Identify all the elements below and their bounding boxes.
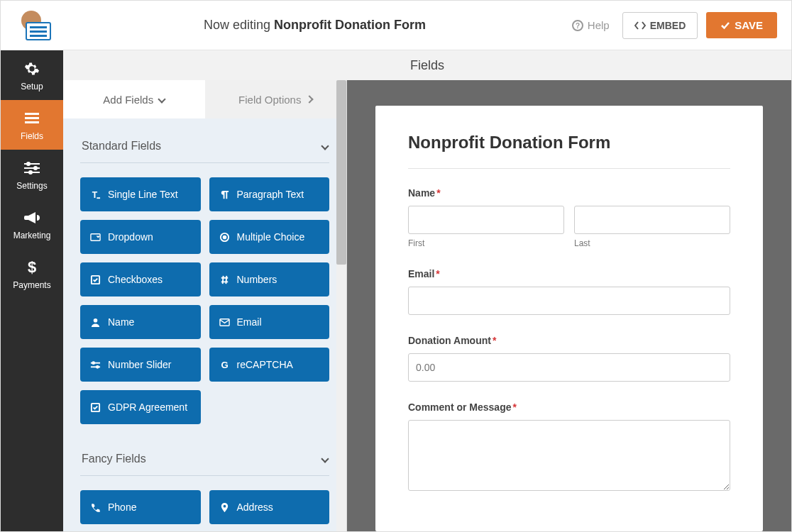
chevron-down-icon	[321, 455, 329, 462]
chevron-down-icon	[321, 142, 329, 150]
embed-label: EMBED	[650, 20, 686, 31]
user-icon	[90, 317, 101, 328]
google-icon: G	[219, 360, 230, 370]
list-icon	[23, 110, 40, 127]
form-preview: Nonprofit Donation Form Name* First Last	[347, 80, 791, 531]
donation-label: Donation Amount*	[408, 335, 730, 346]
first-sublabel: First	[408, 238, 564, 248]
form-title: Nonprofit Donation Form	[408, 133, 730, 153]
envelope-icon	[219, 317, 230, 328]
bullhorn-icon	[23, 209, 40, 226]
sliders-icon	[23, 160, 40, 177]
side-nav: Setup Fields Settings Marketing $ Paymen…	[1, 50, 63, 531]
svg-rect-2	[25, 113, 39, 115]
email-input[interactable]	[408, 287, 730, 315]
preview-field-donation[interactable]: Donation Amount*	[408, 335, 730, 382]
svg-rect-13	[97, 197, 100, 199]
form-name: Nonprofit Donation Form	[274, 18, 426, 32]
text-icon: T	[90, 189, 101, 200]
name-label: Name*	[408, 187, 730, 199]
field-numbers[interactable]: Numbers	[209, 262, 330, 297]
nav-setup[interactable]: Setup	[1, 50, 63, 100]
nav-fields[interactable]: Fields	[1, 100, 63, 150]
svg-rect-3	[25, 117, 39, 119]
dollar-icon: $	[23, 259, 40, 276]
nav-marketing-label: Marketing	[4, 231, 60, 240]
embed-button[interactable]: EMBED	[622, 12, 698, 39]
pin-icon	[219, 502, 230, 513]
checkbox-icon	[90, 402, 101, 413]
field-single-line-text[interactable]: T Single Line Text	[80, 177, 201, 211]
nav-marketing[interactable]: Marketing	[1, 199, 63, 249]
field-gdpr[interactable]: GDPR Agreement	[80, 390, 201, 424]
subheader-title: Fields	[63, 50, 791, 80]
svg-point-10	[28, 170, 33, 174]
svg-point-18	[94, 318, 98, 322]
tab-field-options-label: Field Options	[238, 94, 301, 106]
help-icon: ?	[572, 20, 583, 31]
field-number-slider[interactable]: Number Slider	[80, 348, 201, 382]
required-asterisk: *	[512, 401, 516, 413]
checkbox-icon	[90, 275, 101, 285]
last-sublabel: Last	[574, 238, 730, 248]
first-name-input[interactable]	[408, 206, 564, 234]
field-phone[interactable]: Phone	[80, 490, 201, 524]
tab-add-fields[interactable]: Add Fields	[63, 80, 205, 118]
field-paragraph-text[interactable]: Paragraph Text	[209, 177, 330, 211]
svg-point-9	[33, 166, 38, 170]
svg-rect-19	[219, 318, 229, 325]
email-label: Email*	[408, 268, 730, 279]
nav-payments[interactable]: $ Payments	[1, 249, 63, 299]
help-link[interactable]: ? Help	[572, 19, 610, 31]
svg-rect-4	[25, 121, 39, 123]
nav-settings[interactable]: Settings	[1, 150, 63, 199]
nav-settings-label: Settings	[4, 181, 60, 191]
required-asterisk: *	[436, 187, 440, 199]
tab-add-fields-label: Add Fields	[103, 94, 153, 106]
slider-icon	[90, 360, 101, 370]
field-email[interactable]: Email	[209, 305, 330, 339]
field-dropdown[interactable]: Dropdown	[80, 220, 201, 254]
preview-field-email[interactable]: Email*	[408, 268, 730, 315]
field-multiple-choice[interactable]: Multiple Choice	[209, 220, 330, 254]
scrollbar-thumb[interactable]	[336, 80, 346, 265]
preview-field-comment[interactable]: Comment or Message*	[408, 401, 730, 494]
editing-title: Now editing Nonprofit Donation Form	[57, 18, 572, 33]
save-label: SAVE	[735, 19, 763, 31]
wpforms-logo[interactable]	[15, 8, 57, 43]
nav-setup-label: Setup	[4, 82, 60, 92]
comment-textarea[interactable]	[408, 420, 730, 491]
scrollbar-track[interactable]	[336, 80, 346, 531]
svg-point-22	[92, 361, 95, 365]
field-name[interactable]: Name	[80, 305, 201, 339]
svg-text:G: G	[221, 360, 228, 370]
help-label: Help	[588, 19, 610, 31]
required-asterisk: *	[436, 268, 439, 279]
section-standard-label: Standard Fields	[82, 140, 161, 153]
field-checkboxes[interactable]: Checkboxes	[80, 262, 201, 297]
dropdown-icon	[90, 232, 101, 243]
required-asterisk: *	[493, 335, 496, 346]
section-fancy-fields[interactable]: Fancy Fields	[80, 445, 329, 476]
chevron-right-icon	[306, 95, 314, 103]
section-standard-fields[interactable]: Standard Fields	[80, 133, 329, 163]
field-address[interactable]: Address	[209, 490, 330, 524]
paragraph-icon	[219, 189, 230, 200]
svg-point-23	[96, 365, 99, 368]
chevron-down-icon	[158, 95, 166, 103]
check-icon	[720, 21, 730, 31]
editing-prefix: Now editing	[204, 18, 270, 32]
svg-point-8	[26, 162, 31, 166]
svg-text:$: $	[28, 260, 36, 275]
embed-icon	[634, 21, 646, 31]
divider	[408, 168, 730, 169]
phone-icon	[90, 502, 101, 513]
donation-input[interactable]	[408, 353, 730, 382]
radio-icon	[219, 232, 230, 243]
tab-field-options[interactable]: Field Options	[205, 80, 347, 118]
svg-point-16	[222, 235, 226, 239]
last-name-input[interactable]	[574, 206, 730, 234]
field-recaptcha[interactable]: G reCAPTCHA	[209, 348, 330, 382]
save-button[interactable]: SAVE	[706, 12, 777, 38]
preview-field-name[interactable]: Name* First Last	[408, 187, 730, 248]
